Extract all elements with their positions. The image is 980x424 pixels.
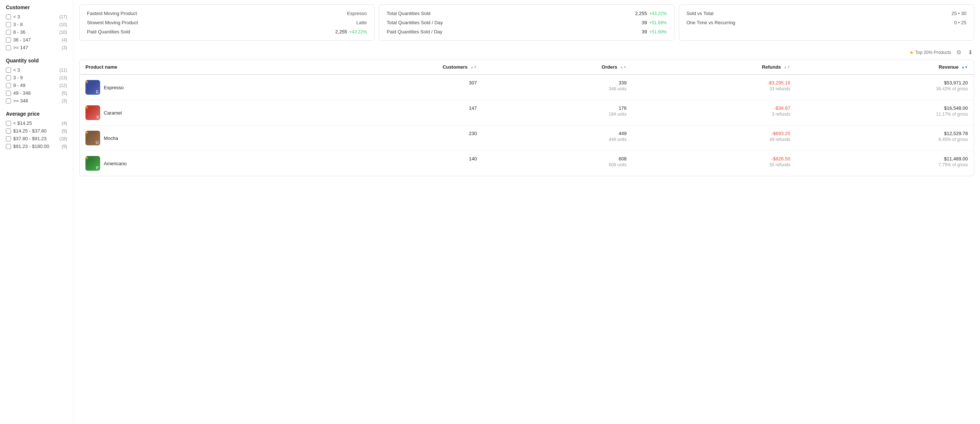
top20-badge: ★ Top 20% Products — [909, 49, 951, 56]
revenue-gross-pct: 8.45% of gross — [802, 137, 968, 142]
filter-checkbox-price-lt14[interactable] — [6, 121, 11, 126]
orders-units: 184 units — [488, 112, 627, 117]
filter-checkbox-price-91-180[interactable] — [6, 144, 11, 149]
filter-count: (4) — [62, 37, 67, 43]
stat-row: Total Quantities Sold 2,255 +43.22% — [387, 11, 667, 16]
revenue-cell-caramel: $16,548.00 11.17% of gross — [796, 100, 974, 126]
filter-checkbox-customer-36-147[interactable] — [6, 37, 11, 43]
stat-value-latte: Latte — [356, 20, 367, 26]
revenue-value: $12,529.78 — [802, 131, 968, 136]
filter-count: (12) — [59, 83, 67, 88]
filter-checkbox-customer-3-8[interactable] — [6, 22, 11, 27]
product-name-espresso: Espresso — [104, 85, 124, 90]
filter-title-average-price: Average price — [6, 111, 67, 117]
product-img-letter: 9 — [97, 115, 99, 119]
col-header-orders[interactable]: Orders ▲▼ — [483, 60, 632, 75]
filter-label: 8 - 36 — [13, 29, 25, 35]
revenue-value: $11,489.00 — [802, 156, 968, 161]
stat-label: Total Quantities Sold / Day — [387, 20, 443, 26]
revenue-cell-americano: $11,489.00 7.75% of gross — [796, 151, 974, 176]
table-row: ★ P Americano 140 608 608 units -$826.50… — [80, 151, 974, 176]
download-button[interactable]: ⬇ — [966, 48, 974, 57]
stat-number: 39 — [641, 29, 647, 35]
revenue-value: $53,971.20 — [802, 80, 968, 86]
table-row: ★ 9 Caramel 147 176 184 units -$38.87 3 … — [80, 100, 974, 126]
filter-count: (10) — [59, 22, 67, 27]
filter-title-customer: Customer — [6, 5, 67, 10]
sort-icon-refunds: ▲▼ — [784, 66, 791, 69]
filter-checkbox-customer-8-36[interactable] — [6, 30, 11, 35]
filter-label: < $14.25 — [13, 120, 32, 126]
filter-count: (9) — [62, 129, 67, 134]
orders-units: 449 units — [488, 137, 627, 142]
filter-count: (13) — [59, 75, 67, 80]
orders-units: 348 units — [488, 86, 627, 91]
stat-row: Fastest Moving Product Espresso — [87, 11, 367, 16]
stat-row: Total Quantities Sold / Day 39 +51.69% — [387, 20, 667, 26]
filter-checkbox-customer-gte147[interactable] — [6, 45, 11, 50]
col-header-customers[interactable]: Customers ▲▼ — [295, 60, 483, 75]
col-header-product-name[interactable]: Product name — [80, 60, 295, 75]
refunds-cell-americano: -$826.50 55 refunds — [632, 151, 796, 176]
filter-label: >= 348 — [13, 98, 28, 104]
product-star: ★ — [86, 131, 89, 135]
filter-checkbox-qty-3-9[interactable] — [6, 75, 11, 80]
stat-change: +51.69% — [649, 20, 667, 26]
stat-value-onetime-recurring: 0 • 25 — [955, 20, 966, 26]
filter-item: 8 - 36 (10) — [6, 29, 67, 35]
stat-card-2: Total Quantities Sold 2,255 +43.22% Tota… — [379, 5, 674, 41]
refunds-cell-espresso: -$3,295.16 33 refunds — [632, 75, 796, 100]
customers-cell-caramel: 147 — [295, 100, 483, 126]
filter-item: 9 - 49 (12) — [6, 83, 67, 88]
stat-row: Sold vs Total 25 • 30 — [687, 11, 966, 16]
stat-value-sold-vs-total: 25 • 30 — [951, 11, 966, 16]
stat-label: Fastest Moving Product — [87, 11, 137, 16]
filter-checkbox-price-14-37[interactable] — [6, 129, 11, 134]
filter-label: 3 - 8 — [13, 22, 23, 27]
refunds-count: 49 refunds — [638, 137, 790, 142]
products-table-container: Product name Customers ▲▼ Orders ▲▼ Refu… — [79, 59, 974, 176]
filter-item: >= 348 (3) — [6, 98, 67, 104]
filter-label: >= 147 — [13, 45, 28, 50]
product-star: ★ — [86, 156, 89, 160]
products-table: Product name Customers ▲▼ Orders ▲▼ Refu… — [80, 60, 974, 176]
col-header-revenue[interactable]: Revenue ▲▼ — [796, 60, 974, 75]
filter-checkbox-qty-49-348[interactable] — [6, 91, 11, 96]
stat-value-paid-qty: 2,255 +43.22% — [335, 29, 367, 35]
filter-label: $91.23 - $180.00 — [13, 143, 49, 149]
filter-checkbox-price-37-91[interactable] — [6, 136, 11, 141]
filter-checkbox-customer-lt3[interactable] — [6, 14, 11, 19]
filter-label: < 3 — [13, 14, 20, 19]
filter-checkbox-qty-lt3[interactable] — [6, 67, 11, 73]
gear-button[interactable]: ⚙ — [955, 48, 963, 57]
stat-number: 2,255 — [335, 29, 347, 35]
filter-label: 3 - 9 — [13, 75, 23, 80]
product-cell-caramel: ★ 9 Caramel — [80, 100, 295, 126]
product-star: ★ — [86, 80, 89, 84]
product-cell-espresso: ★ E Espresso — [80, 75, 295, 100]
filter-checkbox-qty-9-49[interactable] — [6, 83, 11, 88]
table-header-row: Product name Customers ▲▼ Orders ▲▼ Refu… — [80, 60, 974, 75]
revenue-cell-mocha: $12,529.78 8.45% of gross — [796, 126, 974, 151]
filter-item: 3 - 9 (13) — [6, 75, 67, 80]
filter-label: 49 - 348 — [13, 90, 31, 96]
refunds-value: -$3,295.16 — [638, 80, 790, 86]
filter-item: 3 - 8 (10) — [6, 22, 67, 27]
refunds-value: -$826.50 — [638, 156, 790, 161]
stat-value-paid-qty-day: 39 +51.69% — [641, 29, 667, 35]
filter-section-quantity-sold: Quantity sold < 3 (11) 3 - 9 (13) 9 - 49 — [6, 57, 67, 104]
filter-item: < $14.25 (4) — [6, 120, 67, 126]
filter-title-quantity-sold: Quantity sold — [6, 57, 67, 64]
orders-value: 608 — [488, 156, 627, 161]
stat-change: +43.22% — [649, 11, 667, 16]
filter-item: < 3 (17) — [6, 14, 67, 19]
product-name-mocha: Mocha — [104, 135, 118, 141]
col-header-refunds[interactable]: Refunds ▲▼ — [632, 60, 796, 75]
product-img-letter: E — [96, 89, 99, 94]
stat-value-qty-day: 39 +51.69% — [641, 20, 667, 26]
stats-row: Fastest Moving Product Espresso Slowest … — [79, 5, 974, 41]
filter-item: >= 147 (3) — [6, 45, 67, 50]
filter-item: $14.25 - $37.80 (9) — [6, 128, 67, 134]
filter-checkbox-qty-gte348[interactable] — [6, 98, 11, 104]
stat-label: Slowest Moving Product — [87, 20, 138, 26]
